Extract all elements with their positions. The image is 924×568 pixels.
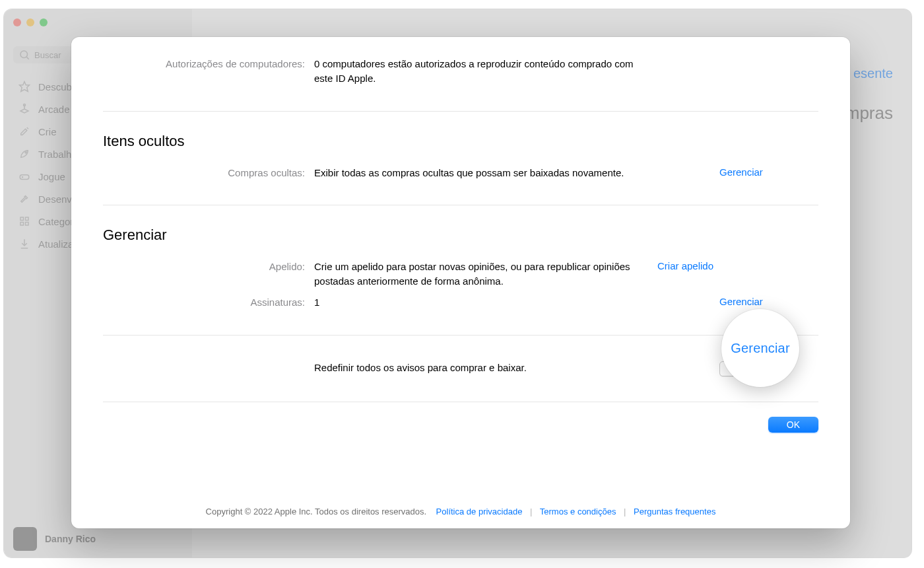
magnifier-text: Gerenciar [731, 341, 790, 356]
divider [103, 111, 818, 112]
authorizations-label: Autorizações de computadores: [103, 57, 314, 71]
magnifier-highlight: Gerenciar [721, 309, 799, 387]
nickname-label: Apelido: [103, 260, 314, 274]
subscriptions-label: Assinaturas: [103, 295, 314, 310]
hidden-purchases-label: Compras ocultas: [103, 166, 314, 180]
reset-warnings-text: Redefinir todos os avisos para comprar e… [314, 361, 719, 375]
manage-subscriptions-link[interactable]: Gerenciar [719, 295, 818, 307]
footer: Copyright © 2022 Apple Inc. Todos os dir… [103, 487, 818, 516]
row-reset-warnings: Redefinir todos os avisos para comprar e… [103, 359, 818, 378]
subscriptions-value: 1 [314, 295, 719, 310]
hidden-purchases-value: Exibir todas as compras ocultas que poss… [314, 166, 719, 180]
privacy-link[interactable]: Política de privacidade [436, 507, 523, 516]
create-nickname-link[interactable]: Criar apelido [657, 260, 756, 271]
row-subscriptions: Assinaturas: 1 Gerenciar [103, 294, 818, 311]
account-sheet: Autorizações de computadores: 0 computad… [71, 37, 850, 528]
section-hidden-items: Itens ocultos [103, 133, 818, 150]
divider [103, 205, 818, 205]
row-authorizations: Autorizações de computadores: 0 computad… [103, 55, 818, 87]
ok-button[interactable]: OK [768, 417, 818, 433]
row-nickname: Apelido: Crie um apelido para postar nov… [103, 258, 818, 290]
nickname-value: Crie um apelido para postar novas opiniõ… [314, 260, 657, 289]
terms-link[interactable]: Termos e condições [540, 507, 616, 516]
section-manage: Gerenciar [103, 227, 818, 244]
copyright-text: Copyright © 2022 Apple Inc. Todos os dir… [206, 507, 427, 516]
manage-hidden-link[interactable]: Gerenciar [719, 166, 818, 178]
faq-link[interactable]: Perguntas frequentes [634, 507, 715, 516]
row-hidden-purchases: Compras ocultas: Exibir todas as compras… [103, 164, 818, 182]
authorizations-value: 0 computadores estão autorizados a repro… [314, 57, 651, 86]
